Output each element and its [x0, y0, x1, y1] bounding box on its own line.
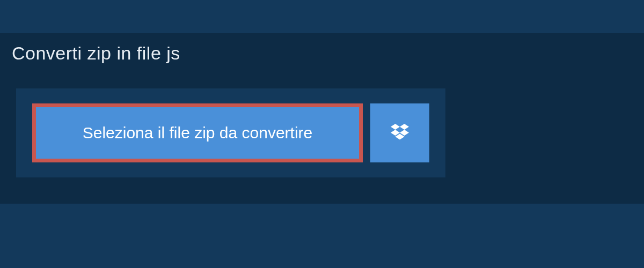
svg-marker-0	[391, 124, 400, 130]
select-file-button[interactable]: Seleziona il file zip da convertire	[32, 103, 363, 162]
tab-title: Converti zip in file js	[12, 43, 180, 63]
select-file-label: Seleziona il file zip da convertire	[83, 124, 313, 142]
upload-panel: Seleziona il file zip da convertire	[16, 88, 445, 177]
top-strip	[0, 0, 644, 33]
svg-marker-1	[400, 124, 409, 130]
tab-convert-zip-to-js[interactable]: Converti zip in file js	[0, 33, 197, 73]
dropbox-icon	[391, 124, 409, 142]
footer-strip	[0, 204, 644, 268]
dropbox-button[interactable]	[370, 103, 429, 162]
